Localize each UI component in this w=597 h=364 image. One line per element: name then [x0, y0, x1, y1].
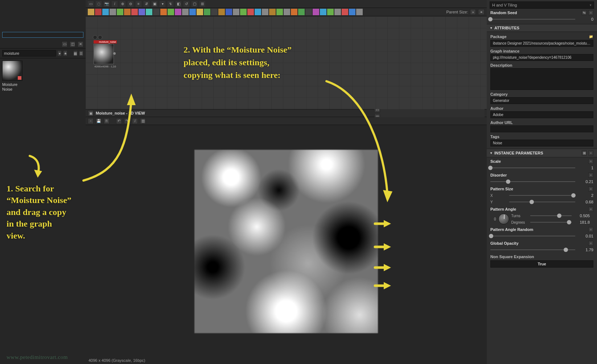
param-menu-icon[interactable]: ≡ — [588, 159, 593, 164]
folder-icon[interactable]: 📁 — [588, 34, 593, 39]
lib-restore-icon[interactable]: ◫ — [70, 41, 75, 47]
atom-node-10[interactable] — [160, 9, 167, 15]
atom-node-13[interactable] — [182, 9, 189, 15]
new-icon[interactable]: ▫ — [88, 118, 94, 124]
2d-view-canvas[interactable] — [86, 125, 487, 357]
tool-a-icon[interactable]: ◧ — [176, 1, 181, 7]
atom-node-0[interactable] — [88, 9, 94, 15]
library-dropdown[interactable] — [2, 32, 83, 38]
distribute-icon[interactable]: ⇵ — [144, 1, 149, 7]
atom-node-30[interactable] — [305, 9, 312, 15]
undo-icon[interactable]: ↶ — [116, 118, 122, 124]
search-input[interactable] — [2, 50, 56, 57]
select-lasso-icon[interactable]: ◌ — [96, 1, 102, 7]
grid-snap-icon[interactable]: ⊞ — [199, 1, 205, 7]
atom-node-14[interactable] — [189, 9, 196, 15]
node-thumbnail[interactable] — [94, 44, 114, 64]
atom-node-23[interactable] — [255, 9, 261, 15]
lib-maximize-icon[interactable]: ▭ — [62, 41, 67, 47]
turns-slider[interactable] — [530, 213, 572, 218]
param-menu-icon[interactable]: ≡ — [588, 207, 593, 212]
zoom-in-icon[interactable]: ⊕ — [120, 1, 125, 7]
search-result[interactable]: Moisture Noise — [0, 58, 86, 94]
atom-node-33[interactable] — [327, 9, 334, 15]
atom-node-6[interactable] — [131, 9, 138, 15]
redo-icon[interactable]: ↷ — [124, 118, 130, 124]
atom-node-18[interactable] — [218, 9, 225, 15]
list-view-icon[interactable]: ☰ — [79, 50, 83, 56]
histogram-icon[interactable]: ▥ — [140, 118, 146, 124]
param-menu-icon[interactable]: ≡ — [588, 186, 593, 191]
atom-node-27[interactable] — [284, 9, 290, 15]
zoom-out-icon[interactable]: ⊖ — [128, 1, 133, 7]
atom-node-8[interactable] — [146, 9, 152, 15]
random-seed-slider[interactable] — [490, 17, 575, 22]
instance-parameters-header[interactable]: ▾ INSTANCE PARAMETERS ▣ ≡ — [487, 149, 597, 157]
disorder-slider[interactable] — [490, 179, 575, 184]
atom-node-5[interactable] — [124, 9, 131, 15]
tool-c-icon[interactable]: ▢ — [192, 1, 197, 7]
preset-icon[interactable]: ▣ — [582, 150, 587, 156]
lib-close-icon[interactable]: ✕ — [78, 41, 83, 47]
pattern-angle-random-slider[interactable] — [490, 233, 575, 239]
group-icon[interactable]: ▣ — [152, 1, 157, 7]
pattern-size-x-slider[interactable] — [509, 193, 575, 198]
info-icon[interactable]: i — [112, 1, 118, 7]
atom-node-26[interactable] — [276, 9, 283, 15]
angle-knob[interactable] — [498, 214, 509, 224]
non-square-toggle[interactable]: True — [490, 260, 593, 268]
scale-slider[interactable] — [490, 165, 575, 170]
atom-node-31[interactable] — [313, 9, 319, 15]
atom-node-16[interactable] — [204, 9, 210, 15]
camera-icon[interactable]: 📷 — [104, 1, 110, 7]
atom-node-9[interactable] — [153, 9, 160, 15]
parent-size-dropdown[interactable]: » — [470, 9, 476, 15]
attributes-header[interactable]: ▾ ATTRIBUTES — [487, 24, 597, 32]
atom-node-32[interactable] — [320, 9, 326, 15]
atom-node-3[interactable] — [110, 9, 116, 15]
align-icon[interactable]: ≡ — [136, 1, 141, 7]
dropdown-toolbar-icon[interactable]: ▾ — [160, 1, 165, 7]
param-menu-icon[interactable]: ≡ — [588, 227, 593, 232]
tool-b-icon[interactable]: ↺ — [184, 1, 189, 7]
seed-mode-icon[interactable]: ↹ — [582, 10, 587, 15]
grid-view-icon[interactable]: ▦ — [73, 50, 78, 56]
copy-icon[interactable]: ⎘ — [104, 118, 110, 124]
global-opacity-slider[interactable] — [490, 247, 575, 252]
node-action-a-icon[interactable] — [93, 35, 97, 40]
node-action-b-icon[interactable] — [98, 35, 102, 40]
link-icon[interactable]: ↯ — [168, 1, 173, 7]
atom-node-11[interactable] — [168, 9, 174, 15]
atom-node-37[interactable] — [356, 9, 363, 15]
description-field[interactable] — [490, 68, 593, 90]
atom-node-22[interactable] — [247, 9, 254, 15]
atom-node-12[interactable] — [175, 9, 181, 15]
atom-node-36[interactable] — [349, 9, 355, 15]
select-rect-icon[interactable]: ▭ — [88, 1, 94, 7]
atom-node-29[interactable] — [298, 9, 305, 15]
preset-menu-icon[interactable]: ≡ — [588, 150, 593, 156]
atom-node-25[interactable] — [269, 9, 276, 15]
save-icon[interactable]: 💾 — [96, 118, 102, 124]
atom-node-21[interactable] — [240, 9, 247, 15]
tiling-mode-dropdown[interactable]: H and V Tiling ▾ — [490, 1, 594, 9]
atom-node-19[interactable] — [226, 9, 232, 15]
atom-node-17[interactable] — [211, 9, 218, 15]
filter-icon[interactable]: ▾ — [57, 50, 62, 56]
atom-node-4[interactable] — [117, 9, 123, 15]
atom-node-1[interactable] — [95, 9, 102, 15]
link-size-icon[interactable]: ⚭ — [478, 9, 485, 15]
favorite-icon[interactable]: ★ — [63, 50, 67, 56]
atom-node-28[interactable] — [291, 9, 297, 15]
seed-menu-icon[interactable]: ≡ — [588, 10, 593, 15]
moisture-noise-node[interactable]: moisture_noise 4096x4096 - L16 — [94, 40, 117, 68]
pattern-size-y-slider[interactable] — [509, 199, 575, 204]
atom-node-7[interactable] — [139, 9, 145, 15]
param-menu-icon[interactable]: ≡ — [588, 173, 593, 178]
atom-node-20[interactable] — [233, 9, 239, 15]
result-thumbnail[interactable] — [2, 61, 22, 81]
atom-node-2[interactable] — [102, 9, 109, 15]
degrees-slider[interactable] — [530, 220, 572, 225]
atom-node-15[interactable] — [197, 9, 203, 15]
view-info-icon[interactable]: i — [132, 118, 138, 124]
